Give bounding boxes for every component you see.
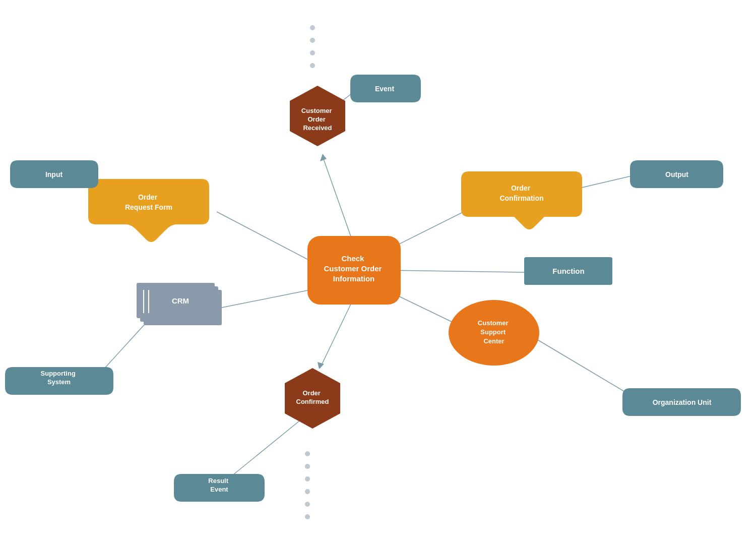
line-center-to-function [388, 270, 524, 272]
dot-top-2 [310, 38, 315, 43]
dot-top-1 [310, 25, 315, 30]
event-label: Event [375, 85, 394, 93]
dot-top-4 [310, 63, 315, 68]
arrow-to-order-received [320, 154, 327, 161]
input-label: Input [45, 170, 63, 178]
dot-top-3 [310, 50, 315, 55]
output-label: Output [665, 170, 688, 178]
dot-bottom-4 [305, 489, 310, 494]
line-center-to-order-received [323, 156, 353, 242]
arrow-to-order-confirmed [318, 362, 324, 369]
organization-unit-label: Organization Unit [653, 398, 712, 406]
dot-bottom-1 [305, 451, 310, 456]
line-center-to-order-confirmed [320, 300, 353, 368]
crm-label: CRM [172, 296, 189, 305]
dot-bottom-3 [305, 476, 310, 482]
dot-bottom-2 [305, 464, 310, 469]
dot-bottom-6 [305, 514, 310, 519]
diagram-canvas: Check Customer Order Information Custome… [0, 0, 756, 541]
line-center-to-order-request [217, 212, 323, 267]
dot-bottom-5 [305, 502, 310, 507]
function-label: Function [552, 267, 584, 275]
